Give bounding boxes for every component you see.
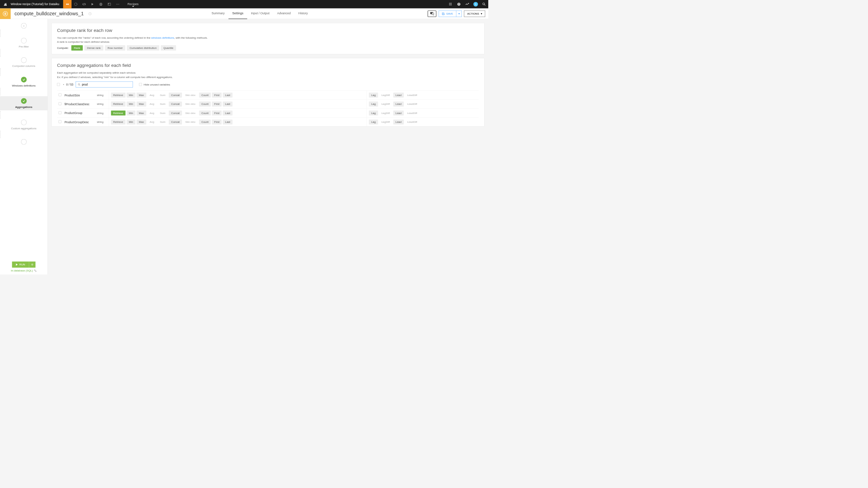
agg-op-max[interactable]: Max	[137, 101, 146, 107]
run-settings-button[interactable]	[29, 262, 35, 268]
search-box[interactable]	[76, 81, 133, 87]
tab-input-output[interactable]: Input / Output	[247, 8, 273, 19]
svg-text:+: +	[432, 12, 433, 14]
step-computed-columns[interactable]: Computed columns	[0, 57, 47, 68]
agg-op-retrieve[interactable]: Retrieve	[111, 101, 125, 107]
row-checkbox[interactable]	[59, 93, 61, 96]
agg-op-max[interactable]: Max	[137, 119, 146, 125]
agg-op-min[interactable]: Min	[126, 101, 135, 107]
apps-icon[interactable]	[446, 0, 455, 8]
engine-label[interactable]: In-database (SQL)	[2, 269, 45, 272]
print-icon[interactable]	[97, 0, 105, 8]
agg-op-retrieve[interactable]: Retrieve	[111, 93, 125, 98]
lag-op-lag[interactable]: Lag	[369, 119, 378, 125]
lag-op-lag[interactable]: Lag	[369, 101, 378, 107]
agg-op-last[interactable]: Last	[223, 93, 232, 98]
project-title[interactable]: Window recipe (Tutorial) for Dataiku	[11, 2, 63, 6]
lag-op-lead[interactable]: Lead	[393, 111, 404, 116]
run-button[interactable]: RUN	[12, 262, 29, 268]
select-all-checkbox[interactable]	[57, 83, 60, 86]
agg-op-first[interactable]: First	[212, 101, 222, 107]
agg-op-last[interactable]: Last	[223, 119, 232, 125]
row-checkbox[interactable]	[59, 120, 61, 123]
agg-op-concat[interactable]: Concat	[169, 111, 182, 116]
agg-op-count[interactable]: Count	[199, 119, 211, 125]
rank-option-row-number[interactable]: Row number	[105, 45, 125, 51]
step-label: Aggregations	[15, 106, 33, 109]
recipe-name[interactable]: compute_bulldozer_windows_1	[11, 11, 88, 17]
column-type: string	[95, 99, 108, 108]
svg-point-6	[116, 4, 117, 5]
agg-op-min[interactable]: Min	[126, 119, 135, 125]
svg-point-7	[117, 4, 118, 5]
breadcrumb-recipes[interactable]: Recipes	[122, 2, 144, 6]
activity-icon[interactable]	[463, 0, 472, 8]
step-node[interactable]	[0, 23, 47, 29]
agg-op-concat[interactable]: Concat	[169, 101, 182, 107]
rank-option-cumulative-distribution[interactable]: Cumulative distribution	[127, 45, 159, 51]
step-pre-filter[interactable]: Pre-filter	[0, 38, 47, 48]
user-avatar[interactable]: S	[473, 2, 478, 7]
discussion-button[interactable]: +	[428, 11, 436, 17]
agg-op-first[interactable]: First	[212, 93, 222, 98]
rank-option-dense-rank[interactable]: Dense rank	[84, 45, 103, 51]
tab-settings[interactable]: Settings	[229, 8, 247, 19]
agg-op-count[interactable]: Count	[199, 111, 211, 116]
help-icon[interactable]: ?	[455, 0, 463, 8]
dashboard-icon[interactable]	[105, 0, 114, 8]
dataiku-logo[interactable]	[0, 0, 11, 8]
rank-option-rank[interactable]: Rank	[71, 45, 83, 51]
agg-op-count[interactable]: Count	[199, 101, 211, 107]
svg-rect-13	[450, 4, 451, 4]
step-label: Computed columns	[12, 64, 35, 68]
tab-advanced[interactable]: Advanced	[273, 8, 295, 19]
step-node[interactable]	[0, 139, 47, 145]
svg-point-28	[34, 270, 35, 271]
agg-op-min[interactable]: Min	[126, 93, 135, 98]
agg-op-last[interactable]: Last	[223, 101, 232, 107]
agg-op-first[interactable]: First	[212, 119, 222, 125]
circle-icon[interactable]	[72, 0, 80, 8]
refresh-icon[interactable]	[88, 12, 92, 15]
agg-op-max[interactable]: Max	[137, 93, 146, 98]
windows-definitions-link[interactable]: windows definitions	[151, 36, 174, 39]
lag-op-lag[interactable]: Lag	[369, 93, 378, 98]
agg-op-concat[interactable]: Concat	[169, 93, 182, 98]
step-aggregations[interactable]: Aggregations	[0, 96, 47, 111]
search-icon[interactable]	[480, 0, 488, 8]
flow-icon[interactable]	[63, 0, 72, 8]
agg-op-stddev: Std. dev.	[183, 111, 198, 116]
agg-op-max[interactable]: Max	[137, 111, 146, 116]
rank-option-quantile[interactable]: Quantile	[161, 45, 176, 51]
tab-summary[interactable]: Summary	[208, 8, 229, 19]
agg-op-min[interactable]: Min	[126, 111, 135, 116]
lag-op-lead[interactable]: Lead	[393, 119, 404, 125]
play-icon[interactable]	[88, 0, 97, 8]
lag-op-lead[interactable]: Lead	[393, 101, 404, 107]
agg-op-count[interactable]: Count	[199, 93, 211, 98]
actions-button[interactable]: ACTIONS ▾	[464, 11, 485, 17]
tab-history[interactable]: History	[294, 8, 312, 19]
agg-op-first[interactable]: First	[212, 111, 222, 116]
hide-unused-checkbox[interactable]	[139, 83, 142, 86]
select-all-dropdown[interactable]: ▾	[63, 83, 64, 86]
more-icon[interactable]	[113, 0, 122, 8]
code-icon[interactable]	[80, 0, 88, 8]
row-checkbox[interactable]	[59, 111, 61, 114]
step-custom-aggregations[interactable]: Custom aggregations	[0, 119, 47, 130]
row-checkbox[interactable]	[59, 102, 61, 105]
svg-rect-24	[5, 13, 6, 15]
rank-desc2: A rank is computed for each defined wind…	[57, 40, 479, 43]
search-input[interactable]	[80, 83, 131, 86]
save-dropdown[interactable]: ▾	[456, 11, 462, 17]
agg-op-retrieve[interactable]: Retrieve	[111, 119, 125, 125]
agg-op-last[interactable]: Last	[223, 111, 232, 116]
save-button[interactable]: SAVE	[439, 11, 456, 17]
agg-op-concat[interactable]: Concat	[169, 119, 182, 125]
agg-op-retrieve[interactable]: Retrieve	[111, 111, 125, 116]
lag-op-lead[interactable]: Lead	[393, 93, 404, 98]
search-icon	[78, 83, 80, 86]
step-windows-definitions[interactable]: Windows definitions	[0, 77, 47, 87]
lag-op-lag[interactable]: Lag	[369, 111, 378, 116]
selection-count: 0 / 53	[66, 83, 73, 86]
